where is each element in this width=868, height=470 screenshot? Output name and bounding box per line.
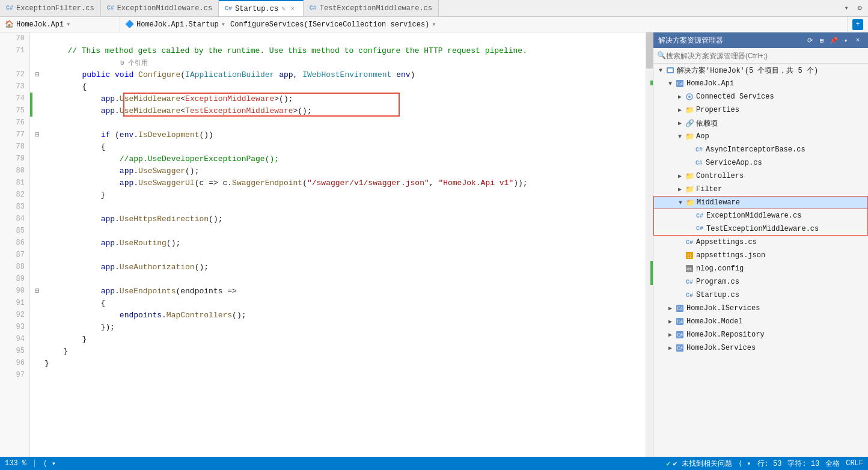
expand-icon[interactable]: ▼ (675, 132, 685, 141)
no-expand (675, 237, 685, 247)
expand-icon[interactable]: ▶ (665, 343, 675, 353)
se-menu-button[interactable]: ▾ (840, 35, 851, 46)
config-icon: XML (685, 264, 694, 273)
cs-file-icon: C# (694, 145, 704, 154)
controllers-label: Controllers (696, 172, 866, 180)
se-item-appsettings[interactable]: C# Appsettings.cs (653, 236, 868, 249)
cs-icon: C# (310, 5, 317, 11)
svg-text:C#: C# (677, 346, 682, 351)
se-item-services[interactable]: ▶ C# HomeJok.Services (653, 341, 868, 355)
expand-icon[interactable]: ▶ (665, 304, 675, 313)
se-close-button[interactable]: × (852, 35, 863, 46)
expand-icon[interactable]: ▶ (675, 92, 685, 102)
tab-label: ExceptionFilter.cs (16, 4, 94, 13)
cs-icon: C# (225, 5, 232, 12)
se-item-asyncbase[interactable]: C# AsyncInterceptorBase.cs (653, 143, 868, 156)
folder-icon: 📁 (685, 171, 694, 181)
char-pos: 字符: 13 (787, 459, 819, 469)
se-item-appsettingsjson[interactable]: {} appsettings.json (653, 249, 868, 262)
status-arrow[interactable]: ⟨ ▾ (43, 459, 56, 468)
cs-file-icon: C# (694, 158, 704, 168)
tab-dropdown-button[interactable]: ▾ (840, 2, 852, 14)
code-line-76 (30, 117, 646, 129)
expand-icon[interactable]: ▶ (675, 185, 685, 194)
se-item-repository[interactable]: ▶ C# HomeJok.Repository (653, 328, 868, 341)
cs-icon: C# (107, 5, 114, 11)
svg-text:C#: C# (677, 81, 682, 87)
nlog-label: nlog.config (696, 264, 866, 273)
tab-exception-filter[interactable]: C# ExceptionFilter.cs (0, 0, 101, 16)
se-item-serviceaop[interactable]: C# ServiceAop.cs (653, 156, 868, 169)
cs-file-icon: C# (685, 290, 694, 300)
se-item-program[interactable]: C# Program.cs (653, 275, 868, 288)
exceptionmiddleware-label: ExceptionMiddleware.cs (706, 212, 865, 220)
expand-icon[interactable]: + (852, 19, 863, 30)
program-label: Program.cs (696, 278, 866, 286)
svg-text:C#: C# (677, 319, 682, 325)
no-expand (675, 277, 685, 287)
tab-label: TestExceptionMiddleware.cs (320, 4, 432, 13)
tab-settings-button[interactable]: ⚙ (854, 2, 866, 14)
code-line-71: // This method gets called by the runtim… (30, 44, 646, 56)
line-numbers: 70 71 72 73 74 75 76 77 78 79 80 81 82 8… (0, 32, 30, 457)
se-item-connected-services[interactable]: ▶ Connected Services (653, 90, 868, 103)
model-label: HomeJok.Model (686, 317, 866, 326)
home-icon: 🏠 (5, 20, 14, 29)
se-item-properties[interactable]: ▶ 📁 Properties (653, 103, 868, 117)
tab-test-exception-middleware[interactable]: C# TestExceptionMiddleware.cs (304, 0, 439, 16)
zoom-level: 133 % (5, 459, 26, 468)
se-item-deps[interactable]: ▶ 🔗 依赖项 (653, 117, 868, 130)
cs-file-icon: C# (695, 211, 704, 221)
breadcrumb-project[interactable]: 🏠 HomeJok.Api ▾ (0, 17, 120, 32)
middleware-label: Middleware (697, 198, 865, 207)
mini-scrollbar[interactable] (646, 32, 653, 457)
se-search-input[interactable] (666, 52, 864, 60)
se-search-bar[interactable]: 🔍 (653, 48, 868, 64)
se-item-startup[interactable]: C# Startup.cs (653, 288, 868, 302)
breadcrumb-expand[interactable]: + (847, 17, 868, 32)
se-item-filter[interactable]: ▶ 📁 Filter (653, 183, 868, 196)
code-editor[interactable]: 70 71 72 73 74 75 76 77 78 79 80 81 82 8… (0, 32, 653, 457)
expand-icon[interactable]: ▼ (665, 79, 675, 88)
tab-close-button[interactable]: × (289, 5, 297, 13)
code-line-80: app.UseSwagger(); (30, 165, 646, 177)
dropdown-icon2: ▾ (221, 20, 225, 29)
cs-file-icon: C# (695, 224, 704, 234)
expand-icon[interactable]: ▶ (675, 118, 685, 128)
se-item-model[interactable]: ▶ C# HomeJok.Model (653, 315, 868, 328)
se-pin-button[interactable]: 📌 (828, 35, 839, 46)
project-api-label: HomeJok.Api (686, 79, 866, 88)
breadcrumb-class[interactable]: 🔷 HomeJok.Api.Startup ▾ ConfigureService… (120, 17, 847, 32)
expand-icon[interactable]: ▶ (675, 105, 685, 115)
svg-text:C#: C# (677, 332, 682, 338)
code-line-89 (30, 273, 646, 285)
aop-label: Aop (696, 132, 866, 141)
se-item-project-api[interactable]: ▼ C# HomeJok.Api (653, 77, 868, 90)
expand-icon[interactable]: ▼ (656, 66, 665, 75)
svg-point-5 (688, 96, 691, 98)
code-line-88: app.UseAuthorization(); (30, 261, 646, 273)
expand-icon[interactable]: ▶ (665, 317, 675, 326)
se-properties-button[interactable]: ⊞ (816, 35, 827, 46)
no-expand (675, 264, 685, 273)
se-item-exceptionmiddleware[interactable]: C# ExceptionMiddleware.cs (653, 209, 868, 222)
tab-startup[interactable]: C# Startup.cs ✎ × (219, 0, 304, 16)
check-icon: ✔ (666, 459, 670, 468)
se-item-solution[interactable]: ▼ 解决方案'HomeJok'(5 个项目，共 5 个) (653, 64, 868, 77)
iservices-label: HomeJok.IServices (686, 304, 866, 313)
cursor-arrow[interactable]: ⟨ ▾ (738, 459, 751, 468)
solution-icon (665, 66, 675, 75)
se-item-aop[interactable]: ▼ 📁 Aop (653, 130, 868, 143)
services-label: HomeJok.Services (686, 344, 866, 352)
se-sync-button[interactable]: ⟳ (804, 35, 815, 46)
expand-icon[interactable]: ▶ (665, 330, 675, 340)
se-item-testexceptionmiddleware[interactable]: C# TestExceptionMiddleware.cs (653, 222, 868, 236)
se-item-iservices[interactable]: ▶ C# HomeJok.IServices (653, 302, 868, 315)
se-item-nlog[interactable]: XML nlog.config (653, 262, 868, 275)
deps-label: 依赖项 (696, 118, 866, 129)
expand-icon[interactable]: ▶ (675, 171, 685, 181)
tab-exception-middleware[interactable]: C# ExceptionMiddleware.cs (101, 0, 219, 16)
expand-icon[interactable]: ▼ (676, 198, 685, 207)
se-item-middleware[interactable]: ▼ 📁 Middleware (653, 196, 868, 209)
se-item-controllers[interactable]: ▶ 📁 Controllers (653, 169, 868, 183)
